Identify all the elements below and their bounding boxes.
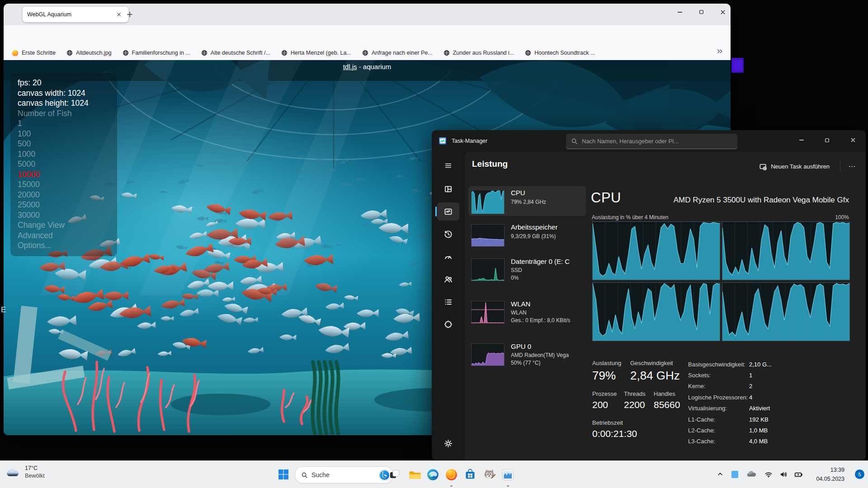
search-placeholder: Nach Namen, Herausgeber oder Pl... xyxy=(582,138,679,145)
perf-item-disk[interactable]: Datenträger 0 (E: C SSD 0% xyxy=(468,255,586,293)
bookmark-item[interactable]: Erste Schritte xyxy=(12,50,56,56)
browser-close-button[interactable] xyxy=(720,9,726,15)
taskbar-search-label: Suche xyxy=(311,471,375,479)
bookmark-item[interactable]: Herta Menzel (geb. La... xyxy=(281,50,351,56)
volume-icon[interactable] xyxy=(779,470,788,479)
cpu-spec-row: Logische Prozessoren:4 xyxy=(688,392,837,403)
tm-navigation-menu-icon[interactable] xyxy=(437,156,459,174)
tab-close-icon[interactable] xyxy=(114,9,124,19)
bookmarks-overflow-icon[interactable] xyxy=(717,48,723,55)
usage-value: 79% xyxy=(592,369,616,383)
tm-minimize-button[interactable] xyxy=(788,130,814,150)
bookmark-item[interactable]: Alte deutsche Schrift /... xyxy=(201,50,270,56)
gimp-button[interactable] xyxy=(483,468,496,481)
start-button[interactable] xyxy=(277,468,290,481)
run-new-task-icon xyxy=(759,163,767,170)
notification-badge[interactable]: 5 xyxy=(855,469,864,479)
cpu-core-chart-4 xyxy=(722,282,850,341)
aquarium-title: tdl.js - aquarium xyxy=(4,63,731,70)
sidebar-app-history-icon[interactable] xyxy=(437,225,459,243)
sidebar-details-icon[interactable] xyxy=(437,293,459,311)
threads-value: 2200 xyxy=(624,399,645,410)
file-explorer-button[interactable] xyxy=(408,468,421,481)
processes-label: Prozesse xyxy=(592,390,617,397)
aquarium-menu-link[interactable]: Options... xyxy=(18,240,113,251)
browser-tab[interactable]: WebGL Aquarium xyxy=(23,7,128,22)
battery-icon[interactable] xyxy=(794,470,803,479)
weather-widget[interactable]: 17°C Bewölkt xyxy=(6,465,45,480)
firefox-running-indicator xyxy=(450,485,453,487)
taskbar-search[interactable]: Suche xyxy=(295,466,393,483)
fish-count-option[interactable]: 25000 xyxy=(18,200,113,210)
aquarium-menu-link[interactable]: Advanced xyxy=(18,230,113,241)
onedrive-icon[interactable] xyxy=(747,470,757,477)
task-manager-title: Task-Manager xyxy=(452,138,487,144)
bookmark-item[interactable]: Zunder aus Russland i... xyxy=(443,50,514,56)
perf-item-cpu[interactable]: CPU 79% 2,84 GHz xyxy=(468,186,586,216)
browser-minimize-button[interactable] xyxy=(677,9,683,15)
more-options-icon[interactable] xyxy=(844,159,859,174)
firefox-button[interactable] xyxy=(445,468,458,481)
disk-mini-chart xyxy=(471,258,505,281)
fish-count-option[interactable]: 10000 xyxy=(18,169,113,180)
task-manager-running-indicator xyxy=(507,485,509,487)
wifi-icon[interactable] xyxy=(764,470,773,479)
usage-label: Auslastung xyxy=(592,360,621,366)
fish-menu-header: Number of Fish xyxy=(18,108,113,119)
tray-app-icon[interactable] xyxy=(731,471,738,478)
tdl-link[interactable]: tdl.js xyxy=(343,63,357,70)
fish-count-option[interactable]: 1 xyxy=(18,118,113,129)
perf-item-gpu[interactable]: GPU 0 AMD Radeon(TM) Vega 50% (77 °C) xyxy=(468,340,586,378)
processes-value: 200 xyxy=(592,399,608,410)
task-manager-taskbar-button[interactable] xyxy=(501,468,514,481)
bookmark-item[interactable]: Hoontech Soundtrack ... xyxy=(525,50,595,56)
store-button[interactable] xyxy=(464,468,476,481)
edge-button[interactable] xyxy=(426,468,439,481)
uptime-label: Betriebszeit xyxy=(592,419,623,426)
sidebar-services-icon[interactable] xyxy=(437,315,459,333)
tray-chevron-up-icon[interactable] xyxy=(717,470,724,478)
threads-label: Threads xyxy=(624,390,646,397)
sidebar-users-icon[interactable] xyxy=(437,270,459,288)
tm-settings-icon[interactable] xyxy=(437,434,459,452)
globe-icon xyxy=(201,50,208,56)
perf-item-wlan[interactable]: WLAN WLAN Ges.: 0 Empf.: 8,0 KBit/s xyxy=(468,297,586,335)
fish-count-option[interactable]: 5000 xyxy=(18,159,113,169)
cpu-chip-name: AMD Ryzen 5 3500U with Radeon Vega Mobil… xyxy=(674,196,849,205)
task-manager-app-icon xyxy=(439,137,447,145)
new-tab-button[interactable] xyxy=(125,9,135,19)
taskbar-clock[interactable]: 13:39 04.05.2023 xyxy=(816,465,844,483)
fish-count-option[interactable]: 1000 xyxy=(18,149,113,160)
fish-count-option[interactable]: 500 xyxy=(18,139,113,149)
clock-date: 04.05.2023 xyxy=(816,474,844,483)
bookmark-item[interactable]: Altdeutsch.jpg xyxy=(66,50,112,56)
fish-count-option[interactable]: 20000 xyxy=(18,190,113,200)
cpu-core-chart-3 xyxy=(592,282,720,341)
task-manager-search-input[interactable]: Nach Namen, Herausgeber oder Pl... xyxy=(566,134,737,149)
bookmark-item[interactable]: Familienforschung in ... xyxy=(123,50,190,56)
cpu-spec-row: Sockets:1 xyxy=(688,370,837,380)
sidebar-startup-apps-icon[interactable] xyxy=(437,248,459,266)
run-new-task-button[interactable]: Neuen Task ausführen xyxy=(755,159,834,174)
handles-label: Handles xyxy=(654,390,675,397)
desktop-icon-label-fragment: E xyxy=(1,305,6,314)
task-view-button[interactable] xyxy=(388,468,401,481)
bookmark-item[interactable]: Anfrage nach einer Pe... xyxy=(362,50,433,56)
sidebar-processes-icon[interactable] xyxy=(437,180,459,198)
taskbar: 17°C Bewölkt Suche 13:39 04.05.2023 5 xyxy=(0,460,868,488)
fish-count-option[interactable]: 100 xyxy=(18,129,113,139)
cpu-mini-chart xyxy=(471,190,505,214)
browser-maximize-button[interactable] xyxy=(698,9,704,15)
tm-close-button[interactable] xyxy=(840,130,866,150)
speed-value: 2,84 GHz xyxy=(630,369,680,383)
fish-count-option[interactable]: 30000 xyxy=(18,210,113,221)
uptime-value: 0:00:21:30 xyxy=(592,428,637,439)
aquarium-menu-link[interactable]: Change View xyxy=(18,220,113,230)
perf-item-memory[interactable]: Arbeitsspeicher 9,3/29,9 GB (31%) xyxy=(468,221,586,250)
task-manager-window: Task-Manager Nach Namen, Herausgeber ode… xyxy=(432,130,866,460)
tm-maximize-button[interactable] xyxy=(814,130,840,150)
globe-icon xyxy=(525,50,531,56)
sidebar-performance-icon[interactable] xyxy=(437,202,459,221)
fish-count-option[interactable]: 15000 xyxy=(18,179,113,190)
speed-label: Geschwindigkeit xyxy=(630,360,673,366)
